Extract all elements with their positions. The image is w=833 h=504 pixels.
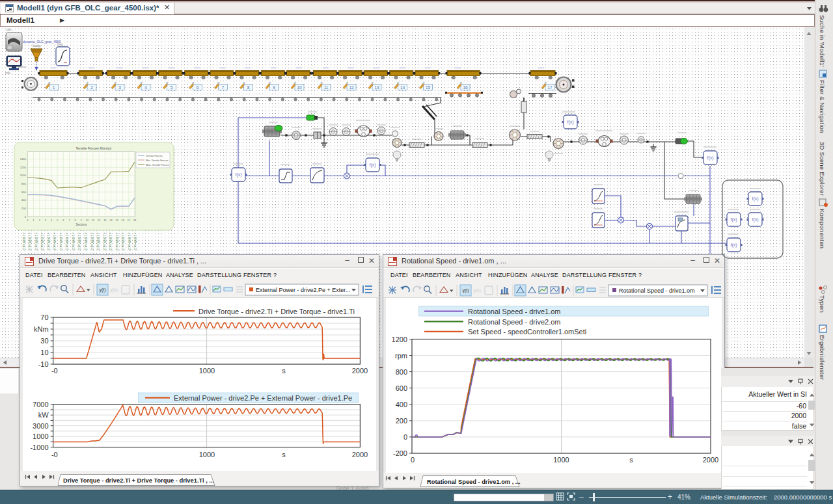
- svg-text:800: 800: [396, 368, 407, 376]
- svg-text:External Power - drive2.Pe +: External Power - drive2.Pe + External Po…: [174, 394, 352, 402]
- svg-text:-10: -10: [38, 360, 49, 368]
- svg-text:1000: 1000: [33, 432, 48, 440]
- svg-text:y(t): y(t): [99, 287, 105, 293]
- svg-text:Drive Torque - drive2.Ti + Dr: Drive Torque - drive2.Ti + Drive Torque …: [63, 477, 214, 484]
- svg-text:y(x): y(x): [110, 287, 118, 293]
- svg-text:Drive Torque - drive2.Ti + Dr: Drive Torque - drive2.Ti + Drive Torque …: [198, 308, 355, 315]
- svg-text:Set Speed - speedController1.o: Set Speed - speedController1.omSeti: [468, 328, 586, 336]
- svg-text:2000: 2000: [703, 456, 718, 464]
- svg-text:70: 70: [40, 313, 48, 321]
- svg-text:kW: kW: [38, 411, 49, 419]
- svg-text:-200: -200: [393, 449, 407, 457]
- svg-text:3000: 3000: [33, 422, 48, 430]
- svg-text:Rotational Speed - drive1.om ,: Rotational Speed - drive1.om , ...: [427, 479, 521, 485]
- svg-text:s: s: [282, 367, 286, 375]
- svg-text:y(t): y(t): [462, 288, 469, 293]
- svg-text:1000: 1000: [553, 456, 569, 464]
- svg-text:Rotational Speed - drive1.om: Rotational Speed - drive1.om: [468, 308, 560, 315]
- svg-text:30: 30: [40, 337, 48, 345]
- svg-text:External Power - drive2.Pe +: External Power - drive2.Pe + Exter...: [256, 287, 350, 293]
- svg-text:0: 0: [403, 433, 407, 441]
- svg-text:2000: 2000: [352, 451, 368, 458]
- svg-text:kNm: kNm: [34, 325, 49, 333]
- svg-text:s: s: [282, 451, 286, 458]
- svg-text:s: s: [629, 456, 633, 464]
- svg-text:2000: 2000: [352, 367, 368, 375]
- svg-text:Rotational Speed - drive1.om: Rotational Speed - drive1.om: [619, 287, 695, 294]
- svg-text:-0: -0: [51, 367, 58, 375]
- svg-text:400: 400: [396, 401, 407, 408]
- svg-text:-0: -0: [51, 451, 58, 458]
- svg-text:1000: 1000: [199, 367, 215, 375]
- svg-text:rpm: rpm: [395, 352, 407, 360]
- svg-text:7000: 7000: [33, 401, 48, 408]
- svg-text:1200: 1200: [392, 336, 407, 343]
- svg-text:1000: 1000: [199, 451, 215, 458]
- svg-text:-1000: -1000: [30, 444, 48, 451]
- svg-text:0: 0: [411, 456, 415, 464]
- svg-text:y(x): y(x): [473, 288, 481, 293]
- svg-text:Rotational Speed - drive2.om: Rotational Speed - drive2.om: [468, 318, 560, 326]
- svg-text:200: 200: [396, 417, 407, 425]
- svg-text:10: 10: [40, 349, 48, 356]
- svg-text:600: 600: [396, 384, 407, 392]
